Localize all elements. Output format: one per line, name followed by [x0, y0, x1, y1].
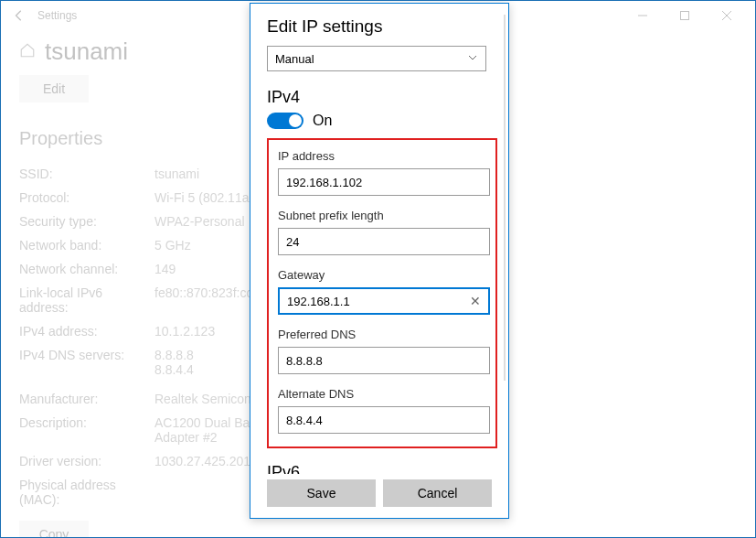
- chevron-down-icon: [467, 52, 478, 66]
- input-value: 192.168.1.102: [286, 176, 362, 189]
- ipv4-heading: IPv4: [267, 88, 492, 107]
- toggle-label: On: [313, 113, 332, 129]
- dialog-body: Edit IP settings Manual IPv4 On IP addre…: [250, 4, 508, 474]
- scrollbar[interactable]: [504, 15, 506, 381]
- dialog-title: Edit IP settings: [267, 16, 492, 37]
- field-label: Preferred DNS: [278, 328, 486, 341]
- clear-icon[interactable]: ✕: [470, 294, 481, 308]
- field-label: Alternate DNS: [278, 387, 486, 401]
- ip-mode-dropdown[interactable]: Manual: [267, 46, 486, 71]
- field-label: Subnet prefix length: [278, 209, 486, 222]
- input-value: 8.8.4.4: [286, 414, 323, 427]
- cancel-button[interactable]: Cancel: [383, 479, 492, 507]
- input-value: 24: [286, 235, 299, 249]
- preferred-dns-field: Preferred DNS 8.8.8.8: [278, 328, 486, 374]
- gateway-field: Gateway 192.168.1.1 ✕: [278, 268, 486, 315]
- alternate-dns-field: Alternate DNS 8.8.4.4: [278, 387, 486, 434]
- ip-address-input[interactable]: 192.168.1.102: [278, 168, 490, 196]
- toggle-switch-icon: [267, 113, 303, 129]
- input-value: 192.168.1.1: [287, 295, 350, 308]
- subnet-field: Subnet prefix length 24: [278, 209, 486, 255]
- alternate-dns-input[interactable]: 8.8.4.4: [278, 406, 490, 434]
- subnet-input[interactable]: 24: [278, 228, 490, 255]
- gateway-input[interactable]: 192.168.1.1 ✕: [278, 287, 490, 315]
- edit-ip-dialog: Edit IP settings Manual IPv4 On IP addre…: [250, 3, 509, 519]
- save-button[interactable]: Save: [267, 479, 376, 507]
- dialog-buttons: Save Cancel: [250, 474, 508, 518]
- field-label: IP address: [278, 149, 486, 163]
- input-value: 8.8.8.8: [286, 354, 323, 368]
- dropdown-value: Manual: [275, 52, 314, 66]
- field-label: Gateway: [278, 268, 486, 282]
- ip-address-field: IP address 192.168.1.102: [278, 149, 486, 196]
- highlight-box: IP address 192.168.1.102 Subnet prefix l…: [267, 138, 497, 448]
- preferred-dns-input[interactable]: 8.8.8.8: [278, 347, 490, 374]
- ipv6-heading: IPv6: [267, 463, 492, 474]
- ipv4-toggle[interactable]: On: [267, 113, 492, 129]
